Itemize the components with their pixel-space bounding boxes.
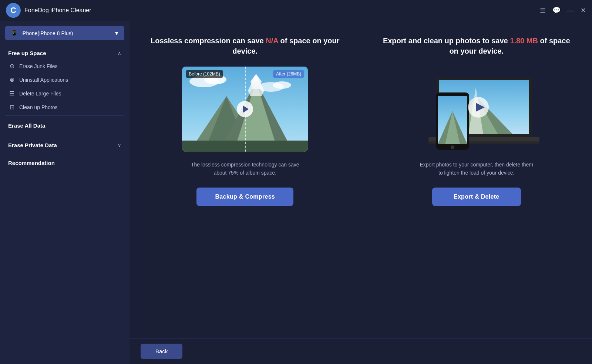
free-up-space-section: Free up Space ∧ ⊙ Erase Junk Files ⊗ Uni… [0, 46, 130, 114]
close-button[interactable]: ✕ [581, 6, 586, 14]
compress-heading-prefix: Lossless compression can save [151, 37, 266, 45]
compress-heading: Lossless compression can save N/A of spa… [148, 36, 342, 56]
sidebar-item-cleanup-photos-label: Clean up Photos [19, 104, 58, 110]
export-heading-highlight: 1.80 MB [510, 37, 538, 45]
bottom-bar: Back [130, 338, 592, 364]
sidebar-item-recommendation[interactable]: Recommendation [0, 155, 130, 172]
app-title: FoneDog iPhone Cleaner [24, 7, 540, 14]
sidebar-item-cleanup-photos[interactable]: ⊡ Clean up Photos [3, 100, 127, 114]
uninstall-apps-icon: ⊗ [8, 76, 16, 83]
device-icon: 📱 [10, 30, 18, 37]
export-panel: Export and clean up photos to save 1.80 … [361, 21, 592, 338]
sidebar-item-delete-large[interactable]: ☰ Delete Large Files [3, 87, 127, 100]
erase-junk-icon: ⊙ [8, 63, 16, 70]
compress-panel: Lossless compression can save N/A of spa… [130, 21, 361, 338]
free-up-space-title: Free up Space [8, 50, 46, 56]
menu-icon[interactable]: ☰ [540, 6, 546, 14]
device-chevron-icon: ▼ [114, 30, 119, 36]
device-scene-svg [414, 67, 539, 152]
before-label: Before (102MB) [186, 70, 223, 78]
erase-private-section: Erase Private Data ∨ [0, 138, 130, 151]
app-logo: C [6, 3, 21, 18]
sidebar: 📱 iPhone(iPhone 8 Plus) ▼ Free up Space … [0, 21, 130, 364]
erase-all-title: Erase All Data [8, 122, 45, 129]
content-panels: Lossless compression can save N/A of spa… [130, 21, 592, 338]
sidebar-item-erase-all[interactable]: Erase All Data [0, 117, 130, 134]
export-heading-prefix: Export and clean up photos to save [383, 37, 510, 45]
compress-description: The lossless compression technology can … [186, 161, 304, 177]
divider-2 [5, 136, 124, 136]
compress-heading-highlight: N/A [266, 37, 278, 45]
chat-icon[interactable]: 💬 [552, 6, 561, 14]
device-label: iPhone(iPhone 8 Plus) [21, 30, 114, 36]
sidebar-item-uninstall-apps-label: Uninstall Applications [19, 77, 68, 83]
free-up-space-chevron-icon: ∧ [118, 50, 121, 56]
sidebar-item-erase-junk[interactable]: ⊙ Erase Junk Files [3, 59, 127, 73]
delete-large-icon: ☰ [8, 90, 16, 97]
export-delete-button[interactable]: Export & Delete [432, 188, 521, 206]
erase-private-chevron-icon: ∨ [118, 142, 121, 148]
backup-compress-button[interactable]: Backup & Compress [196, 188, 293, 206]
sidebar-item-erase-junk-label: Erase Junk Files [19, 63, 57, 69]
erase-private-title: Erase Private Data [8, 142, 57, 148]
titlebar: C FoneDog iPhone Cleaner ☰ 💬 — ✕ [0, 0, 592, 21]
svg-point-25 [451, 145, 454, 149]
sidebar-item-uninstall-apps[interactable]: ⊗ Uninstall Applications [3, 73, 127, 87]
minimize-button[interactable]: — [567, 7, 574, 14]
main-layout: 📱 iPhone(iPhone 8 Plus) ▼ Free up Space … [0, 21, 592, 364]
divider-3 [5, 153, 124, 153]
window-controls: ☰ 💬 — ✕ [540, 6, 586, 14]
recommendation-title: Recommendation [8, 160, 55, 166]
svg-text:C: C [10, 6, 16, 15]
device-selector[interactable]: 📱 iPhone(iPhone 8 Plus) ▼ [5, 26, 124, 40]
cleanup-photos-icon: ⊡ [8, 104, 16, 111]
export-description: Export photos to your computer, then del… [417, 161, 536, 177]
export-image [414, 67, 539, 152]
svg-point-6 [273, 81, 291, 89]
sidebar-item-delete-large-label: Delete Large Files [19, 91, 61, 97]
play-button[interactable] [237, 101, 253, 117]
divider-1 [5, 115, 124, 116]
compress-image: Before (102MB) After (26MB) [182, 67, 308, 152]
after-label: After (26MB) [273, 70, 304, 78]
export-heading: Export and clean up photos to save 1.80 … [380, 36, 574, 56]
back-button[interactable]: Back [141, 344, 182, 359]
free-up-space-header[interactable]: Free up Space ∧ [3, 46, 127, 59]
erase-private-header[interactable]: Erase Private Data ∨ [3, 138, 127, 151]
content-area: Lossless compression can save N/A of spa… [130, 21, 592, 364]
